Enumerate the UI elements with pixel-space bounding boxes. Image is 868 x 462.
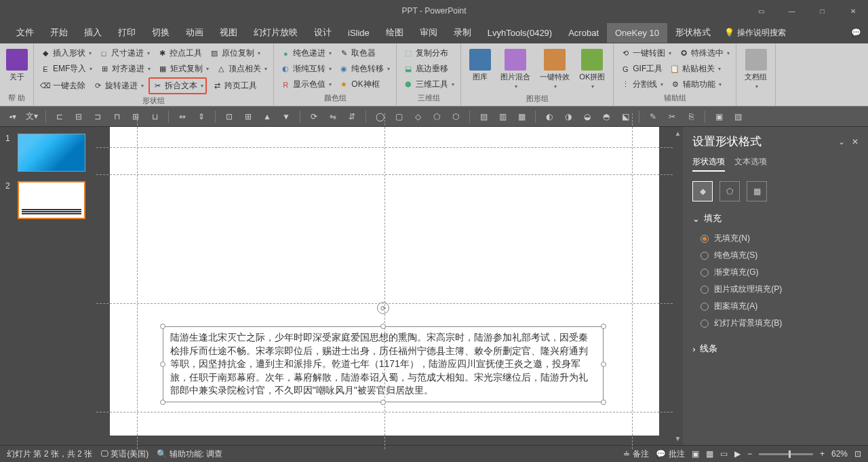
gradient-toggle-button[interactable]: ◐渐纯互转	[278, 62, 334, 76]
copy-inplace-button[interactable]: ▨原位复制	[207, 46, 262, 60]
bottom-move-button[interactable]: ⬓底边垂移	[401, 62, 450, 76]
slideshow-view-icon[interactable]: ▶	[734, 449, 741, 459]
tab-file[interactable]: 文件	[8, 22, 42, 43]
tell-me-search[interactable]: 💡 操作说明搜索	[724, 27, 786, 39]
resize-handle[interactable]	[601, 400, 606, 405]
slide-editor[interactable]: ⟳ 陆游生逢北宋灭亡之际，少年时即深受家庭爱国思想的熏陶。宋高宗时，陆游参加礼部…	[96, 127, 673, 445]
effects-icon[interactable]: ⬠	[719, 181, 740, 201]
fill-line-icon[interactable]: ◆	[692, 181, 713, 201]
qb-shape2-icon[interactable]: ▢	[391, 109, 406, 124]
qb-align-bottom-icon[interactable]: ⊔	[147, 109, 162, 124]
qb-dist-h-icon[interactable]: ⇔	[175, 109, 190, 124]
maximize-button[interactable]: □	[807, 0, 837, 22]
zoom-in-button[interactable]: +	[820, 449, 825, 459]
size-props-icon[interactable]: ▦	[747, 181, 767, 201]
qb-shape5-icon[interactable]: ⬡	[448, 109, 463, 124]
selected-textbox[interactable]: ⟳ 陆游生逢北宋灭亡之际，少年时即深受家庭爱国思想的熏陶。宋高宗时，陆游参加礼部…	[163, 326, 604, 402]
qb-f2-icon[interactable]: ▤	[730, 109, 745, 124]
image-blend-button[interactable]: 图片混合	[496, 46, 534, 92]
zoom-out-button[interactable]: −	[747, 449, 752, 459]
qb-e2-icon[interactable]: ✂	[665, 109, 679, 124]
qb-m1-icon[interactable]: ◐	[542, 109, 557, 124]
tab-animation[interactable]: 动画	[178, 22, 212, 43]
fill-option-pattern[interactable]: 图案填充(A)	[692, 298, 859, 315]
qb-t2-icon[interactable]: ▥	[495, 109, 510, 124]
qb-f1-icon[interactable]: ▣	[711, 109, 726, 124]
qb-align-right-icon[interactable]: ⊐	[90, 109, 105, 124]
emf-import-button[interactable]: EEMF导入	[38, 62, 94, 76]
align-progress-button[interactable]: ⊞对齐递进	[97, 62, 153, 76]
resize-handle[interactable]	[380, 324, 386, 329]
tab-slideshow[interactable]: 幻灯片放映	[245, 22, 306, 43]
resize-handle[interactable]	[601, 362, 606, 367]
solid-progress-button[interactable]: ●纯色递进	[278, 46, 334, 60]
fit-window-icon[interactable]: ⊡	[854, 449, 861, 459]
qb-m4-icon[interactable]: ◓	[599, 109, 614, 124]
chevron-down-icon[interactable]: ⌄	[838, 137, 845, 147]
tab-print[interactable]: 打印	[110, 22, 144, 43]
resize-handle[interactable]	[601, 324, 606, 329]
fill-option-none[interactable]: 无填充(N)	[692, 230, 859, 247]
one-effect-button[interactable]: 一键特效	[536, 46, 574, 92]
comments-button[interactable]: 💬 批注	[656, 448, 685, 460]
qb-dist-v-icon[interactable]: ⇕	[194, 109, 209, 124]
tab-design[interactable]: 设计	[306, 22, 340, 43]
qb-e1-icon[interactable]: ✎	[646, 109, 660, 124]
qb-t1-icon[interactable]: ▤	[476, 109, 491, 124]
qb-back-icon[interactable]: ▼	[279, 109, 294, 124]
special-select-button[interactable]: ✪特殊选中	[676, 46, 732, 60]
gif-tool-button[interactable]: GGIF工具	[618, 62, 665, 76]
qb-flip-h-icon[interactable]: ⇋	[326, 109, 340, 124]
insert-shape-button[interactable]: ◆插入形状	[38, 46, 94, 60]
qb-t3-icon[interactable]: ▦	[514, 109, 529, 124]
qb-shape3-icon[interactable]: ◇	[410, 109, 425, 124]
qb-front-icon[interactable]: ▲	[260, 109, 275, 124]
slide-thumbnail-2[interactable]: 2	[5, 181, 91, 219]
resize-handle[interactable]	[380, 400, 386, 405]
qb-align-center-icon[interactable]: ⊟	[71, 109, 86, 124]
resize-handle[interactable]	[160, 400, 165, 405]
gallery-button[interactable]: 图库	[465, 46, 495, 85]
matrix-copy-button[interactable]: ▦矩式复制	[155, 62, 211, 76]
fill-section-header[interactable]: ⌄ 填充	[692, 212, 859, 225]
vertical-scrollbar[interactable]: ▲ ▼	[673, 127, 684, 445]
cross-page-button[interactable]: ⇄跨页工具	[210, 79, 259, 93]
tab-text-options[interactable]: 文本选项	[734, 156, 767, 172]
tab-acrobat[interactable]: Acrobat	[560, 23, 607, 43]
qb-m2-icon[interactable]: ◑	[561, 109, 576, 124]
tab-onekey10[interactable]: OneKey 10	[607, 23, 667, 43]
rotate-handle-icon[interactable]: ⟳	[377, 302, 389, 314]
slide-canvas[interactable]: ⟳ 陆游生逢北宋灭亡之际，少年时即深受家庭爱国思想的熏陶。宋高宗时，陆游参加礼部…	[110, 127, 659, 436]
qb-text-icon[interactable]: 文▾	[24, 109, 39, 124]
tab-insert[interactable]: 插入	[76, 22, 110, 43]
reading-view-icon[interactable]: ▭	[720, 449, 728, 459]
accessibility-indicator[interactable]: 🔍 辅助功能: 调查	[157, 448, 222, 460]
about-button[interactable]: 关于	[4, 46, 29, 85]
qb-shape4-icon[interactable]: ⬠	[429, 109, 444, 124]
tab-record[interactable]: 录制	[446, 22, 479, 43]
tab-home[interactable]: 开始	[42, 22, 76, 43]
qb-ungroup-icon[interactable]: ⊞	[241, 109, 256, 124]
fill-option-gradient[interactable]: 渐变填充(G)	[692, 264, 859, 281]
language-indicator[interactable]: 🖵 英语(美国)	[100, 448, 149, 460]
fill-option-picture[interactable]: 图片或纹理填充(P)	[692, 281, 859, 298]
fill-option-slidebg[interactable]: 幻灯片背景填充(B)	[692, 315, 859, 332]
tab-transition[interactable]: 切换	[144, 22, 178, 43]
sorter-view-icon[interactable]: ▦	[706, 449, 713, 459]
ok-collage-button[interactable]: OK拼图	[575, 46, 609, 92]
show-color-button[interactable]: R显示色值	[278, 77, 334, 92]
ok-frame-button[interactable]: ★OK神框	[336, 77, 381, 92]
tab-lvyhtools[interactable]: LvyhTools(0429)	[479, 23, 560, 43]
tab-draw[interactable]: 绘图	[378, 22, 412, 43]
minimize-button[interactable]: —	[776, 0, 807, 22]
comments-icon[interactable]: 💬	[851, 28, 861, 37]
line-section-header[interactable]: › 线条	[692, 343, 859, 355]
qb-flip-v-icon[interactable]: ⇵	[344, 109, 359, 124]
qb-e3-icon[interactable]: ⎘	[684, 109, 698, 124]
qb-align-left-icon[interactable]: ⊏	[52, 109, 67, 124]
zoom-level[interactable]: 62%	[831, 449, 848, 459]
remove-button[interactable]: ⌫一键去除	[38, 79, 87, 93]
qb-m3-icon[interactable]: ◒	[580, 109, 595, 124]
copy-distribute-button[interactable]: ⬚复制分布	[401, 46, 450, 60]
color-picker-button[interactable]: ✎取色器	[336, 46, 378, 60]
